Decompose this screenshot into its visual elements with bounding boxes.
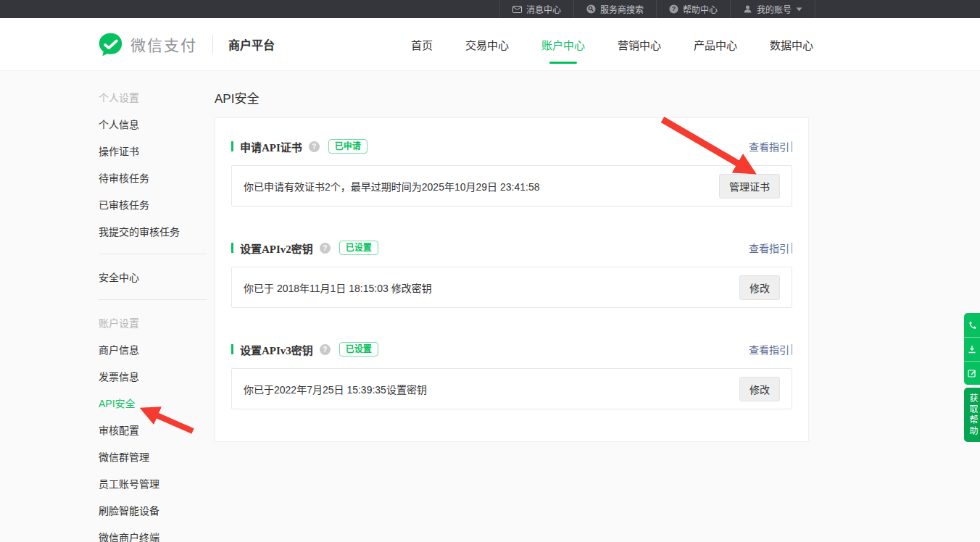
page-title: API安全 [215, 88, 259, 107]
sidebar-item-pending-review[interactable]: 待审核任务 [99, 173, 207, 183]
sidebar: 个人设置 个人信息 操作证书 待审核任务 已审核任务 我提交的审核任务 安全中心… [99, 93, 207, 542]
header: 微信支付 商户平台 首页 交易中心 账户中心 营销中心 产品中心 数据中心 [0, 18, 980, 71]
certificate-info-text: 你已申请有效证书2个，最早过期时间为2025年10月29日 23:41:58 [244, 179, 539, 193]
nav-marketing-center[interactable]: 营销中心 [618, 34, 661, 55]
sidebar-item-invoice-info[interactable]: 发票信息 [99, 372, 207, 382]
get-help-button[interactable]: 获取帮助 [964, 388, 980, 442]
section-title: 设置APIv3密钥 [240, 342, 313, 357]
topbar-menu: 消息中心 服务商搜索 ? 帮助中心 我的账号 [499, 0, 815, 18]
wechat-pay-logo-icon [97, 31, 124, 58]
certificate-info-box: 你已申请有效证书2个，最早过期时间为2025年10月29日 23:41:58 管… [231, 165, 792, 207]
feedback-icon [968, 369, 976, 378]
sidebar-divider [99, 299, 207, 300]
help-circle-icon[interactable]: ? [320, 344, 331, 355]
modify-apiv2-key-button[interactable]: 修改 [739, 275, 780, 300]
section-apiv3-key: 设置APIv3密钥 ? 已设置 查看指引 你已于2022年7月25日 15:39… [231, 341, 792, 409]
sidebar-group-personal-settings: 个人设置 [99, 93, 207, 103]
nav-product-center[interactable]: 产品中心 [694, 34, 737, 55]
my-account-item[interactable]: 我的账号 [730, 0, 815, 18]
phone-support-button[interactable] [964, 313, 980, 337]
message-center-label: 消息中心 [526, 3, 561, 15]
modify-apiv3-key-button[interactable]: 修改 [739, 377, 780, 401]
help-icon: ? [669, 4, 678, 14]
help-center-item[interactable]: ? 帮助中心 [656, 0, 730, 18]
brand[interactable]: 微信支付 [97, 31, 197, 58]
my-account-label: 我的账号 [757, 3, 792, 15]
sidebar-item-my-submitted-review[interactable]: 我提交的审核任务 [99, 227, 207, 237]
link-divider [792, 141, 792, 152]
download-button[interactable] [964, 337, 980, 361]
sidebar-item-security-center[interactable]: 安全中心 [99, 272, 207, 283]
view-guide-label: 查看指引 [749, 342, 789, 357]
sidebar-item-reviewed[interactable]: 已审核任务 [99, 200, 207, 210]
download-icon [968, 345, 976, 354]
nav-home[interactable]: 首页 [411, 34, 433, 55]
status-badge: 已申请 [328, 139, 368, 154]
help-center-label: 帮助中心 [683, 3, 718, 15]
sidebar-item-review-config[interactable]: 审核配置 [99, 425, 207, 435]
provider-search-label: 服务商搜索 [600, 3, 644, 15]
get-help-label: 获取帮助 [968, 393, 977, 437]
view-guide-link[interactable]: 查看指引 [749, 139, 792, 154]
search-icon [586, 4, 596, 14]
sidebar-group-account-settings: 账户设置 [99, 318, 207, 328]
chevron-down-icon [796, 7, 802, 12]
sidebar-item-merchant-terminal[interactable]: 微信商户终端 [99, 533, 207, 542]
section-api-certificate: 申请API证书 ? 已申请 查看指引 你已申请有效证书2个，最早过期时间为202… [231, 138, 792, 207]
sidebar-item-wechat-group-mgmt[interactable]: 微信群管理 [99, 452, 207, 462]
sidebar-item-merchant-info[interactable]: 商户信息 [99, 345, 207, 355]
body-region: 个人设置 个人信息 操作证书 待审核任务 已审核任务 我提交的审核任务 安全中心… [0, 71, 980, 542]
apiv2-key-info-text: 你已于 2018年11月1日 18:15:03 修改密钥 [244, 280, 432, 295]
status-badge: 已设置 [339, 342, 378, 357]
floating-help-widget: 获取帮助 [964, 313, 980, 442]
brand-divider [212, 35, 213, 54]
topbar: 消息中心 服务商搜索 ? 帮助中心 我的账号 [0, 0, 980, 18]
message-center-item[interactable]: 消息中心 [499, 0, 573, 18]
section-apiv2-key: 设置APIv2密钥 ? 已设置 查看指引 你已于 2018年11月1日 18:1… [231, 240, 792, 308]
sidebar-item-staff-account-mgmt[interactable]: 员工账号管理 [99, 479, 207, 489]
api-security-card: 申请API证书 ? 已申请 查看指引 你已申请有效证书2个，最早过期时间为202… [215, 117, 809, 442]
user-icon [743, 4, 752, 14]
section-marker [231, 243, 233, 253]
feedback-button[interactable] [964, 361, 980, 385]
help-circle-icon[interactable]: ? [320, 243, 331, 254]
nav-data-center[interactable]: 数据中心 [770, 34, 813, 55]
sidebar-item-operation-cert[interactable]: 操作证书 [99, 146, 207, 157]
view-guide-label: 查看指引 [749, 139, 789, 154]
nav-account-center[interactable]: 账户中心 [541, 34, 585, 55]
section-marker [231, 141, 233, 151]
phone-icon [968, 321, 976, 330]
platform-name: 商户平台 [228, 36, 275, 53]
apiv2-key-info-box: 你已于 2018年11月1日 18:15:03 修改密钥 修改 [231, 267, 792, 308]
section-title: 设置APIv2密钥 [240, 241, 313, 256]
sidebar-item-face-device[interactable]: 刷脸智能设备 [99, 506, 207, 516]
status-badge: 已设置 [339, 241, 378, 255]
apiv3-key-info-box: 你已于2022年7月25日 15:39:35设置密钥 修改 [231, 368, 792, 409]
brand-name: 微信支付 [130, 33, 197, 55]
section-title: 申请API证书 [240, 139, 302, 154]
nav-transaction-center[interactable]: 交易中心 [465, 34, 509, 55]
section-marker [231, 344, 233, 354]
apiv3-key-info-text: 你已于2022年7月25日 15:39:35设置密钥 [244, 382, 427, 396]
view-guide-label: 查看指引 [749, 241, 789, 255]
sidebar-divider [99, 254, 207, 254]
link-divider [792, 344, 792, 355]
svg-text:?: ? [672, 5, 676, 12]
provider-search-item[interactable]: 服务商搜索 [573, 0, 656, 18]
main-nav: 首页 交易中心 账户中心 营销中心 产品中心 数据中心 [411, 34, 813, 55]
manage-certificate-button[interactable]: 管理证书 [719, 174, 780, 199]
view-guide-link[interactable]: 查看指引 [749, 241, 792, 255]
sidebar-item-personal-info[interactable]: 个人信息 [99, 120, 207, 130]
view-guide-link[interactable]: 查看指引 [749, 342, 792, 357]
sidebar-item-api-security[interactable]: API安全 [99, 399, 207, 409]
help-circle-icon[interactable]: ? [309, 141, 320, 152]
link-divider [792, 243, 792, 254]
mail-icon [512, 6, 522, 13]
